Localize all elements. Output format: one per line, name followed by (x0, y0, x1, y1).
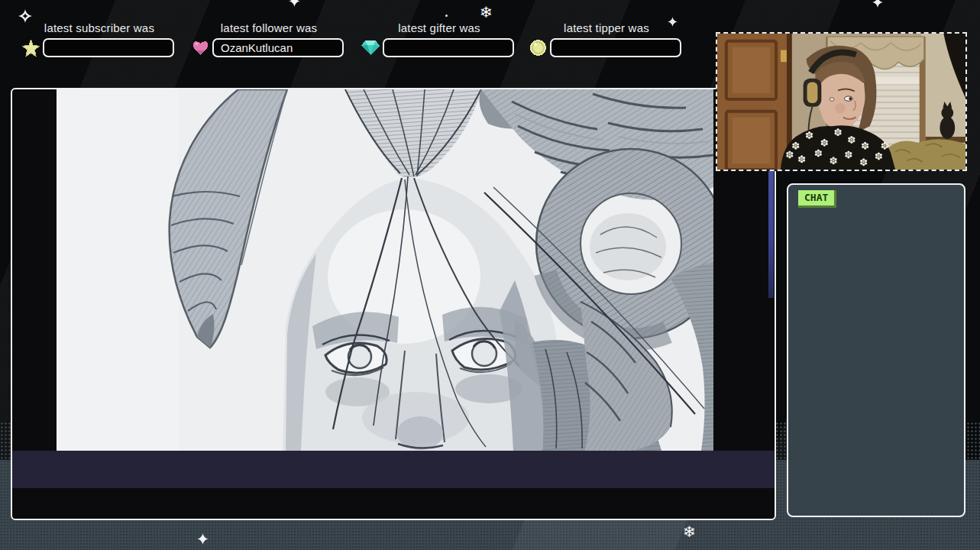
latest-follower-label: latest follower was (191, 21, 347, 35)
latest-follower-value: OzanKutlucan (214, 41, 293, 54)
latest-subscriber-widget: latest subscriber was (21, 21, 177, 57)
chat-badge: CHAT (798, 190, 836, 208)
sparkle-icon (197, 533, 209, 545)
stream-overlay: latest subscriber was latest follower wa… (0, 0, 980, 550)
coin-icon (529, 40, 547, 57)
star-icon (21, 40, 40, 57)
app-scrollbar (768, 170, 774, 298)
sparkle-icon (289, 0, 300, 7)
dot-decoration (445, 15, 448, 17)
latest-subscriber-label: latest subscriber was (21, 21, 177, 35)
latest-tipper-widget: latest tipper was (529, 21, 684, 57)
sparkle-icon (872, 0, 883, 8)
latest-gifter-label: latest gifter was (361, 21, 517, 35)
drawing-canvas (57, 89, 713, 451)
latest-gifter-widget: latest gifter was (361, 21, 517, 57)
chat-panel: CHAT (787, 183, 965, 517)
sparkle-icon (18, 9, 32, 23)
heart-icon (191, 40, 209, 57)
latest-follower-widget: latest follower was OzanKutlucan (191, 21, 347, 57)
sparkle-icon (668, 17, 678, 27)
latest-gifter-value-box (383, 38, 514, 57)
latest-subscriber-value-box (43, 38, 174, 57)
main-capture-frame (11, 88, 776, 520)
latest-tipper-label: latest tipper was (529, 21, 684, 35)
webcam-feed (716, 32, 967, 171)
app-bottom-bar (12, 451, 775, 488)
snowflake-icon: ❄ (480, 5, 493, 20)
latest-tipper-value-box (550, 38, 681, 57)
latest-follower-value-box: OzanKutlucan (212, 38, 344, 57)
gem-icon (361, 40, 380, 57)
snowflake-icon: ❄ (683, 524, 696, 539)
